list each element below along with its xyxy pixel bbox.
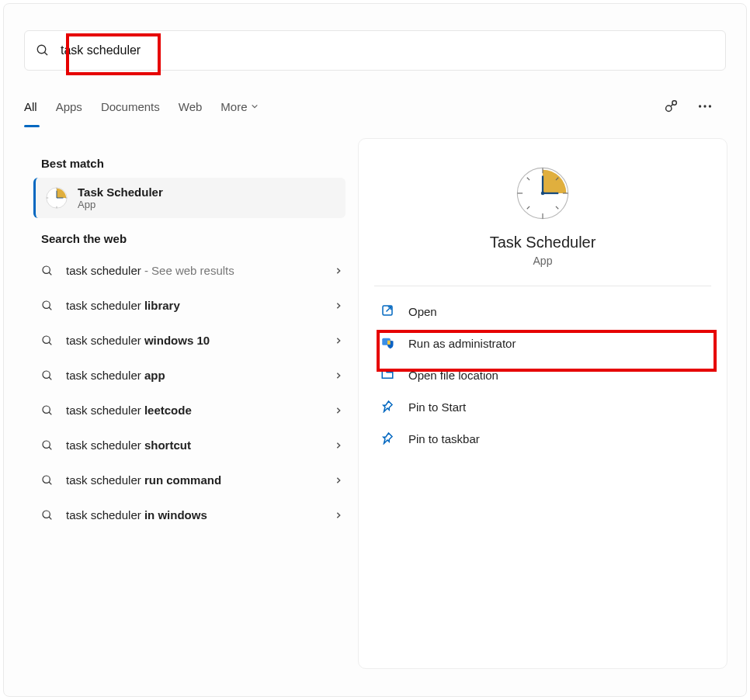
svg-point-42 bbox=[541, 192, 545, 196]
feedback-icon[interactable] bbox=[662, 98, 679, 115]
svg-line-28 bbox=[49, 482, 51, 484]
web-result[interactable]: task scheduler shortcut bbox=[24, 428, 353, 463]
task-scheduler-icon bbox=[45, 186, 68, 210]
shield-app-icon bbox=[380, 335, 394, 352]
folder-icon bbox=[380, 367, 394, 383]
chevron-right-icon bbox=[335, 407, 342, 414]
svg-point-7 bbox=[709, 105, 711, 107]
best-match-title: Task Scheduler bbox=[78, 185, 163, 199]
results-column: Best match Task Scheduler App Search the… bbox=[7, 138, 358, 684]
svg-point-2 bbox=[666, 106, 672, 111]
preview-action-label: Pin to Start bbox=[408, 400, 466, 414]
web-result[interactable]: task scheduler windows 10 bbox=[24, 323, 353, 358]
preview-action-label: Open file location bbox=[408, 369, 498, 382]
section-best-match: Best match bbox=[41, 157, 353, 170]
svg-line-26 bbox=[49, 447, 51, 449]
svg-line-18 bbox=[49, 307, 51, 310]
svg-point-19 bbox=[43, 336, 50, 343]
active-tab-underline bbox=[24, 125, 40, 127]
svg-point-23 bbox=[43, 406, 50, 413]
web-result[interactable]: task scheduler in windows bbox=[24, 497, 353, 532]
tab-all[interactable]: All bbox=[24, 95, 37, 118]
svg-point-21 bbox=[43, 371, 50, 378]
preview-title: Task Scheduler bbox=[374, 234, 711, 251]
search-icon bbox=[41, 369, 54, 382]
search-icon bbox=[41, 300, 54, 312]
svg-line-16 bbox=[49, 272, 51, 275]
preview-action-label: Open bbox=[408, 305, 437, 318]
svg-line-20 bbox=[49, 342, 51, 345]
filter-tabs: All Apps Documents Web More bbox=[24, 95, 662, 118]
svg-point-27 bbox=[43, 476, 50, 483]
more-options-icon[interactable] bbox=[696, 98, 714, 115]
svg-point-29 bbox=[43, 511, 50, 518]
svg-point-5 bbox=[699, 105, 701, 107]
web-result[interactable]: task scheduler library bbox=[24, 288, 353, 323]
web-results-list: task scheduler - See web resultstask sch… bbox=[24, 253, 353, 532]
preview-action-label: Run as administrator bbox=[408, 337, 516, 350]
task-scheduler-large-icon bbox=[515, 165, 571, 221]
pin-icon bbox=[380, 431, 394, 447]
tab-more[interactable]: More bbox=[220, 95, 258, 118]
svg-line-22 bbox=[49, 377, 51, 379]
search-box[interactable] bbox=[24, 30, 726, 71]
preview-action-run-as-administrator[interactable]: Run as administrator bbox=[374, 327, 711, 359]
svg-point-17 bbox=[43, 301, 50, 308]
search-input[interactable] bbox=[61, 43, 714, 57]
search-icon bbox=[41, 265, 54, 277]
web-result[interactable]: task scheduler run command bbox=[24, 463, 353, 497]
svg-line-24 bbox=[49, 412, 51, 414]
chevron-right-icon bbox=[335, 476, 342, 484]
search-icon bbox=[41, 509, 54, 522]
chevron-right-icon bbox=[335, 442, 342, 449]
web-result-label: task scheduler - See web results bbox=[66, 264, 322, 277]
search-icon bbox=[36, 43, 50, 57]
svg-point-15 bbox=[43, 266, 50, 273]
preview-action-label: Pin to taskbar bbox=[408, 432, 480, 445]
filter-tabs-row: All Apps Documents Web More bbox=[24, 85, 726, 128]
chevron-right-icon bbox=[335, 267, 342, 275]
svg-line-1 bbox=[44, 52, 47, 55]
tab-documents[interactable]: Documents bbox=[101, 95, 160, 118]
preview-subtitle: App bbox=[374, 255, 711, 267]
web-result-label: task scheduler app bbox=[66, 369, 322, 382]
best-match-subtitle: App bbox=[78, 199, 163, 210]
chevron-right-icon bbox=[335, 302, 342, 310]
preview-actions-list: OpenRun as administratorOpen file locati… bbox=[374, 296, 711, 455]
svg-point-25 bbox=[43, 441, 50, 448]
web-result-label: task scheduler in windows bbox=[66, 508, 322, 522]
search-icon bbox=[41, 404, 54, 417]
preview-action-open[interactable]: Open bbox=[374, 296, 711, 327]
svg-point-6 bbox=[703, 105, 706, 107]
web-result[interactable]: task scheduler leetcode bbox=[24, 393, 353, 428]
pin-icon bbox=[380, 399, 394, 415]
search-icon bbox=[41, 334, 54, 347]
chevron-right-icon bbox=[335, 337, 342, 345]
tab-web[interactable]: Web bbox=[179, 95, 203, 118]
web-result[interactable]: task scheduler - See web results bbox=[24, 253, 353, 288]
web-result-label: task scheduler shortcut bbox=[66, 438, 322, 452]
preview-action-open-file-location[interactable]: Open file location bbox=[374, 359, 711, 391]
web-result-label: task scheduler library bbox=[66, 299, 322, 312]
web-result[interactable]: task scheduler app bbox=[24, 358, 353, 393]
tab-more-label: More bbox=[220, 100, 247, 113]
svg-rect-45 bbox=[387, 341, 391, 345]
preview-separator bbox=[374, 286, 711, 286]
open-external-icon bbox=[380, 303, 394, 320]
chevron-right-icon bbox=[335, 511, 342, 519]
preview-action-pin-to-taskbar[interactable]: Pin to taskbar bbox=[374, 423, 711, 455]
search-icon bbox=[41, 474, 54, 487]
preview-action-pin-to-start[interactable]: Pin to Start bbox=[374, 391, 711, 423]
svg-line-30 bbox=[49, 517, 51, 519]
section-search-web: Search the web bbox=[41, 232, 353, 245]
preview-panel: Task Scheduler App OpenRun as administra… bbox=[358, 138, 727, 669]
web-result-label: task scheduler run command bbox=[66, 473, 322, 487]
chevron-right-icon bbox=[335, 372, 342, 379]
svg-point-0 bbox=[37, 45, 46, 54]
chevron-down-icon bbox=[251, 102, 259, 110]
svg-line-4 bbox=[671, 104, 673, 106]
search-icon bbox=[41, 439, 54, 452]
web-result-label: task scheduler windows 10 bbox=[66, 334, 322, 347]
tab-apps[interactable]: Apps bbox=[56, 95, 82, 118]
best-match-result[interactable]: Task Scheduler App bbox=[33, 178, 345, 218]
